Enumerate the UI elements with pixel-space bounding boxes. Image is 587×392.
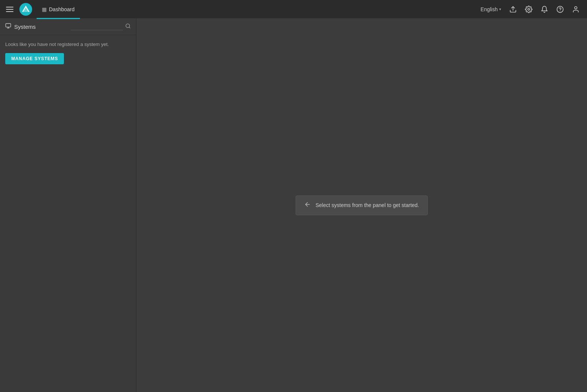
topnav-right: English ▾: [478, 3, 583, 16]
arrow-left-icon: [304, 201, 311, 210]
user-profile-icon-button[interactable]: [569, 3, 583, 16]
help-icon-button[interactable]: [553, 3, 567, 16]
topnav-left: ▦ Dashboard: [4, 0, 478, 19]
search-icon[interactable]: [125, 23, 131, 30]
search-area: [71, 23, 131, 30]
sidebar-body: Looks like you have not registered a sys…: [0, 35, 136, 392]
sidebar-title-area: Systems: [5, 23, 36, 30]
dashboard-icon: ▦: [42, 6, 47, 12]
app-logo[interactable]: [19, 3, 32, 16]
svg-point-4: [528, 8, 530, 10]
notifications-icon-button[interactable]: [538, 3, 551, 16]
no-system-message: Looks like you have not registered a sys…: [5, 41, 131, 48]
systems-icon: [5, 23, 11, 30]
sidebar-title: Systems: [14, 24, 36, 30]
svg-rect-8: [6, 24, 10, 27]
hint-box: Select systems from the panel to get sta…: [296, 195, 427, 215]
upload-icon-button[interactable]: [506, 3, 520, 16]
language-selector[interactable]: English ▾: [478, 5, 504, 14]
top-navigation: ▦ Dashboard English ▾: [0, 0, 587, 18]
main-layout: Systems Looks like you have not register…: [0, 18, 587, 392]
hamburger-menu-icon[interactable]: [4, 5, 15, 13]
language-label: English: [481, 6, 498, 12]
settings-icon-button[interactable]: [522, 3, 535, 16]
sidebar: Systems Looks like you have not register…: [0, 18, 136, 392]
dashboard-tab[interactable]: ▦ Dashboard: [37, 1, 80, 19]
dashboard-tab-label: Dashboard: [49, 6, 75, 12]
svg-line-12: [129, 27, 130, 28]
svg-point-7: [575, 6, 577, 9]
search-input[interactable]: [71, 23, 123, 30]
main-content: Select systems from the panel to get sta…: [136, 18, 587, 392]
sidebar-header: Systems: [0, 18, 136, 35]
manage-systems-button[interactable]: MANAGE SYSTEMS: [5, 53, 64, 64]
chevron-down-icon: ▾: [499, 7, 501, 11]
hint-text: Select systems from the panel to get sta…: [315, 202, 419, 208]
